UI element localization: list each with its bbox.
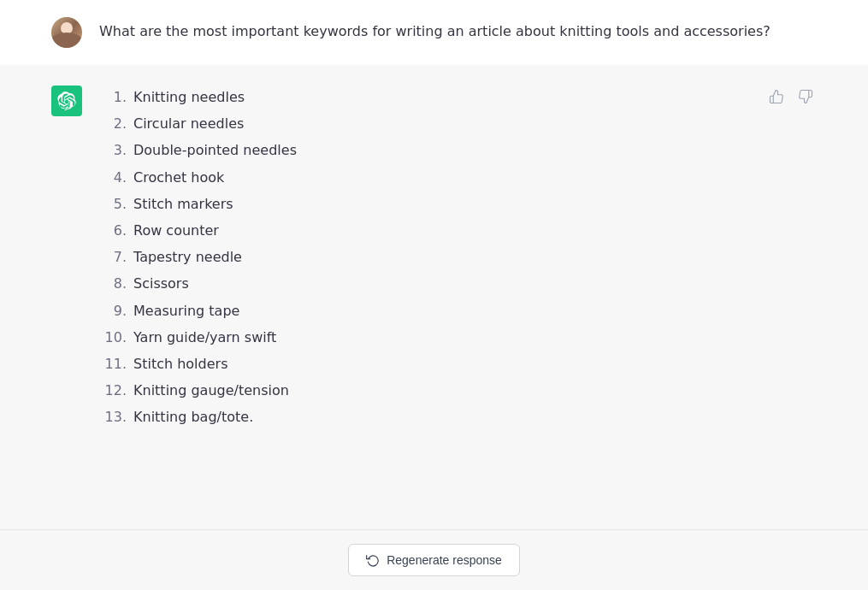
list-item: 1.Knitting needles — [99, 86, 783, 109]
list-item: 13.Knitting bag/tote. — [99, 405, 783, 428]
list-text: Measuring tape — [133, 299, 239, 322]
list-item: 7.Tapestry needle — [99, 245, 783, 268]
regenerate-icon — [366, 553, 380, 567]
user-avatar-image — [51, 17, 82, 48]
list-number: 4. — [99, 166, 127, 189]
list-number: 1. — [99, 86, 127, 109]
list-number: 9. — [99, 299, 127, 322]
list-number: 5. — [99, 192, 127, 215]
user-message-row: What are the most important keywords for… — [0, 0, 868, 65]
list-text: Double-pointed needles — [133, 139, 297, 162]
thumbup-icon — [769, 89, 784, 104]
list-number: 6. — [99, 219, 127, 242]
list-item: 10.Yarn guide/yarn swift — [99, 326, 783, 349]
list-text: Yarn guide/yarn swift — [133, 326, 276, 349]
list-item: 11.Stitch holders — [99, 352, 783, 375]
list-text: Knitting gauge/tension — [133, 379, 289, 402]
list-number: 10. — [99, 326, 127, 349]
list-text: Row counter — [133, 219, 219, 242]
list-item: 4.Crochet hook — [99, 166, 783, 189]
keyword-list: 1.Knitting needles2.Circular needles3.Do… — [99, 86, 783, 428]
list-number: 11. — [99, 352, 127, 375]
list-number: 12. — [99, 379, 127, 402]
list-item: 2.Circular needles — [99, 112, 783, 135]
list-text: Knitting bag/tote. — [133, 405, 253, 428]
ai-message-content: 1.Knitting needles2.Circular needles3.Do… — [99, 86, 783, 509]
footer: Regenerate response — [0, 529, 868, 590]
list-number: 2. — [99, 112, 127, 135]
ai-avatar — [51, 86, 82, 116]
user-message-text: What are the most important keywords for… — [99, 23, 771, 39]
openai-logo-icon — [57, 91, 76, 110]
list-text: Crochet hook — [133, 166, 224, 189]
thumbup-button[interactable] — [765, 86, 788, 108]
regenerate-label: Regenerate response — [387, 553, 502, 567]
list-number: 8. — [99, 272, 127, 295]
user-message-content: What are the most important keywords for… — [99, 17, 771, 48]
list-number: 7. — [99, 245, 127, 268]
regenerate-button[interactable]: Regenerate response — [348, 544, 520, 576]
list-text: Stitch holders — [133, 352, 227, 375]
list-text: Tapestry needle — [133, 245, 242, 268]
list-text: Stitch markers — [133, 192, 233, 215]
action-buttons — [765, 86, 817, 108]
thumbdown-button[interactable] — [794, 86, 817, 108]
list-number: 13. — [99, 405, 127, 428]
list-text: Circular needles — [133, 112, 244, 135]
list-number: 3. — [99, 139, 127, 162]
chat-container: What are the most important keywords for… — [0, 0, 868, 590]
ai-message-row: 1.Knitting needles2.Circular needles3.Do… — [0, 65, 868, 529]
list-item: 12.Knitting gauge/tension — [99, 379, 783, 402]
list-item: 3.Double-pointed needles — [99, 139, 783, 162]
list-text: Knitting needles — [133, 86, 245, 109]
user-avatar — [51, 17, 82, 48]
list-item: 6.Row counter — [99, 219, 783, 242]
list-text: Scissors — [133, 272, 189, 295]
list-item: 8.Scissors — [99, 272, 783, 295]
list-item: 5.Stitch markers — [99, 192, 783, 215]
thumbdown-icon — [798, 89, 813, 104]
list-item: 9.Measuring tape — [99, 299, 783, 322]
